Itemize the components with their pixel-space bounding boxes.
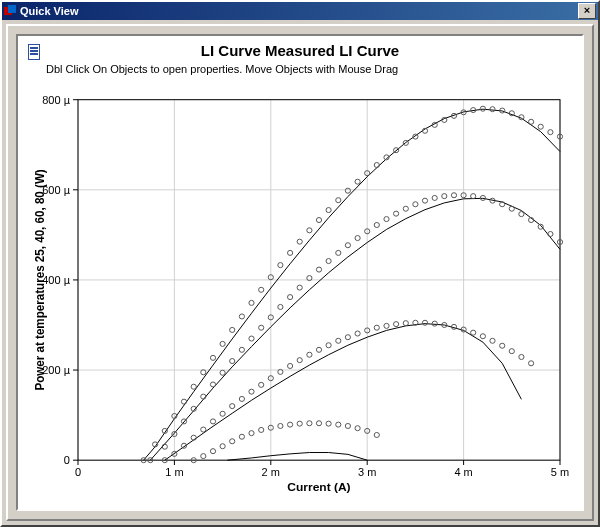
svg-point-60 — [374, 162, 379, 167]
svg-point-161 — [529, 361, 534, 366]
svg-point-174 — [307, 421, 312, 426]
svg-point-165 — [220, 444, 225, 449]
svg-point-43 — [210, 355, 215, 360]
svg-point-169 — [259, 427, 264, 432]
svg-point-94 — [288, 295, 293, 300]
svg-point-177 — [336, 422, 341, 427]
svg-point-167 — [239, 434, 244, 439]
svg-point-173 — [297, 421, 302, 426]
chart-svg[interactable]: 01 m2 m3 m4 m5 m0200 µ400 µ600 µ800 µCur… — [30, 90, 570, 497]
svg-point-159 — [509, 349, 514, 354]
svg-text:2 m: 2 m — [262, 466, 280, 478]
svg-point-93 — [278, 304, 283, 309]
titlebar[interactable]: Quick View × — [2, 2, 598, 20]
svg-point-121 — [548, 231, 553, 236]
svg-text:Power at temperatures 25, 40, : Power at temperatures 25, 40, 60, 80 (W) — [33, 169, 47, 390]
svg-point-88 — [230, 359, 235, 364]
svg-point-138 — [307, 352, 312, 357]
svg-point-117 — [509, 206, 514, 211]
svg-point-130 — [230, 404, 235, 409]
svg-point-41 — [191, 384, 196, 389]
svg-point-105 — [394, 211, 399, 216]
chart-panel: LI Curve Measured LI Curve Dbl Click On … — [16, 34, 584, 511]
svg-text:4 m: 4 m — [454, 466, 472, 478]
svg-point-56 — [336, 198, 341, 203]
svg-point-106 — [403, 206, 408, 211]
svg-point-146 — [384, 323, 389, 328]
svg-point-45 — [230, 327, 235, 332]
svg-point-176 — [326, 421, 331, 426]
svg-text:0: 0 — [75, 466, 81, 478]
svg-point-148 — [403, 321, 408, 326]
svg-point-104 — [384, 217, 389, 222]
client-area: LI Curve Measured LI Curve Dbl Click On … — [6, 24, 594, 521]
svg-point-178 — [345, 423, 350, 428]
svg-point-145 — [374, 325, 379, 330]
svg-point-166 — [230, 439, 235, 444]
svg-point-175 — [316, 421, 321, 426]
svg-point-86 — [210, 382, 215, 387]
svg-point-98 — [326, 259, 331, 264]
svg-point-89 — [239, 347, 244, 352]
chart-title: LI Curve Measured LI Curve — [18, 42, 582, 59]
svg-point-179 — [355, 426, 360, 431]
svg-point-143 — [355, 331, 360, 336]
svg-point-118 — [519, 212, 524, 217]
svg-point-129 — [220, 411, 225, 416]
svg-point-113 — [471, 194, 476, 199]
svg-point-51 — [288, 250, 293, 255]
svg-point-128 — [210, 419, 215, 424]
window-frame: Quick View × LI Curve Measured LI Curve … — [0, 0, 600, 527]
svg-point-57 — [345, 188, 350, 193]
svg-point-155 — [471, 330, 476, 335]
svg-text:5 m: 5 m — [551, 466, 569, 478]
svg-point-110 — [442, 194, 447, 199]
document-icon[interactable] — [26, 44, 42, 60]
svg-point-54 — [316, 218, 321, 223]
svg-point-52 — [297, 239, 302, 244]
svg-point-47 — [249, 300, 254, 305]
svg-point-78 — [548, 130, 553, 135]
svg-point-101 — [355, 236, 360, 241]
svg-point-95 — [297, 285, 302, 290]
svg-point-164 — [210, 449, 215, 454]
svg-point-109 — [432, 195, 437, 200]
svg-point-181 — [374, 432, 379, 437]
svg-point-50 — [278, 263, 283, 268]
svg-point-140 — [326, 343, 331, 348]
svg-point-158 — [500, 343, 505, 348]
svg-point-90 — [249, 336, 254, 341]
svg-point-147 — [394, 322, 399, 327]
svg-point-141 — [336, 338, 341, 343]
svg-text:3 m: 3 m — [358, 466, 376, 478]
svg-point-53 — [307, 228, 312, 233]
svg-point-151 — [432, 321, 437, 326]
svg-text:800 µ: 800 µ — [42, 94, 70, 106]
svg-point-150 — [422, 320, 427, 325]
svg-point-133 — [259, 382, 264, 387]
svg-point-99 — [336, 250, 341, 255]
svg-point-58 — [355, 179, 360, 184]
svg-point-131 — [239, 396, 244, 401]
svg-point-107 — [413, 202, 418, 207]
svg-point-76 — [529, 119, 534, 124]
close-button[interactable]: × — [578, 3, 596, 19]
svg-point-100 — [345, 243, 350, 248]
window-title: Quick View — [20, 5, 578, 17]
svg-point-40 — [181, 399, 186, 404]
chart-plot[interactable]: 01 m2 m3 m4 m5 m0200 µ400 µ600 µ800 µCur… — [30, 90, 570, 497]
svg-point-160 — [519, 354, 524, 359]
svg-text:Current (A): Current (A) — [287, 480, 350, 494]
svg-point-172 — [288, 422, 293, 427]
svg-point-137 — [297, 358, 302, 363]
svg-point-103 — [374, 222, 379, 227]
svg-point-46 — [239, 314, 244, 319]
app-icon — [4, 5, 16, 17]
svg-point-171 — [278, 423, 283, 428]
svg-point-111 — [451, 193, 456, 198]
svg-point-127 — [201, 427, 206, 432]
svg-point-77 — [538, 124, 543, 129]
svg-point-168 — [249, 431, 254, 436]
svg-point-132 — [249, 389, 254, 394]
svg-point-139 — [316, 347, 321, 352]
